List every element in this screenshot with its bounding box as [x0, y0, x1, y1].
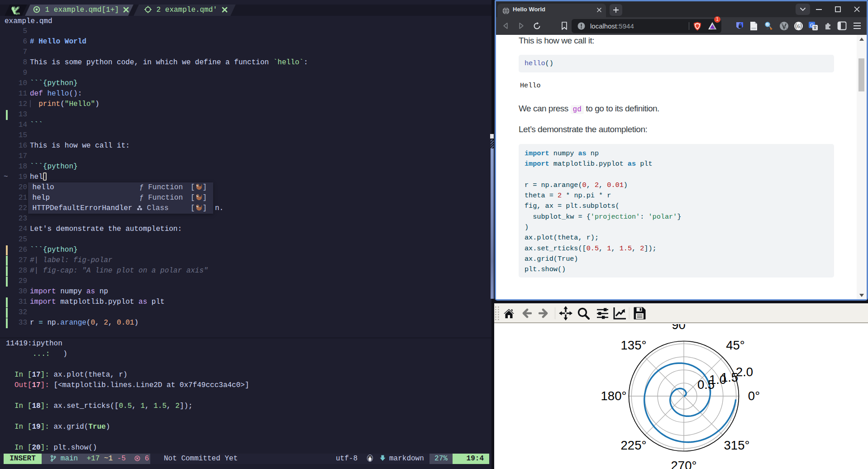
svg-text:6: 6: [797, 23, 800, 29]
svg-text:180°: 180°: [601, 389, 627, 403]
svg-text:315°: 315°: [724, 438, 750, 452]
svg-text:135°: 135°: [621, 338, 647, 352]
svg-text:270°: 270°: [671, 459, 697, 469]
svg-text:2.0: 2.0: [736, 365, 753, 379]
svg-text:225°: 225°: [621, 438, 647, 452]
svg-text:0°: 0°: [748, 389, 760, 403]
svg-text:qmd: qmd: [15, 12, 20, 15]
svg-text:90°: 90°: [672, 324, 691, 332]
svg-text:45°: 45°: [726, 338, 745, 352]
